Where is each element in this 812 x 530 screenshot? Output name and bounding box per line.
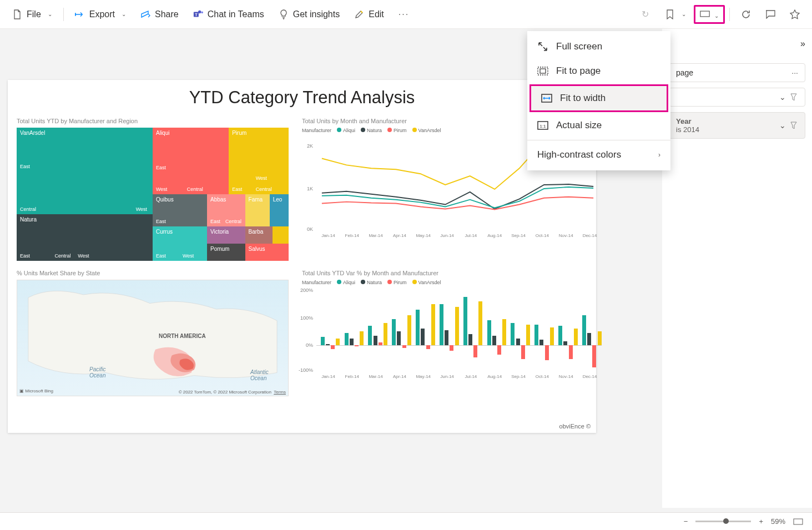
copyright: obviEnce © — [559, 423, 591, 430]
export-menu[interactable]: Export ⌄ — [68, 6, 133, 23]
map: NORTH AMERICA Pacific Ocean Atlantic Oce… — [17, 280, 289, 396]
svg-rect-0 — [75, 13, 76, 16]
zoom-out-button[interactable]: − — [684, 517, 688, 526]
view-icon — [700, 9, 710, 19]
reset-icon: ↻ — [640, 9, 650, 19]
menu-label: Full screen — [556, 41, 602, 52]
export-label: Export — [89, 9, 115, 19]
chat-label: Chat in Teams — [208, 9, 264, 19]
viz-title: % Units Market Share by State — [17, 270, 289, 276]
report-title: YTD Category Trend Analysis — [17, 88, 587, 108]
separator — [63, 8, 64, 21]
clear-filter-icon[interactable] — [790, 93, 798, 102]
star-icon — [790, 9, 800, 19]
svg-rect-11 — [794, 519, 803, 524]
actual-size-icon: 1:1 — [537, 121, 548, 130]
treemap: VanArsdelEastCentralWest NaturaEastCentr… — [17, 128, 289, 261]
ellipsis-icon[interactable]: ··· — [791, 68, 798, 77]
svg-rect-7 — [540, 69, 546, 73]
teams-icon: T — [193, 9, 203, 19]
svg-text:T: T — [195, 12, 198, 17]
map-visual[interactable]: % Units Market Share by State NORTH AMER… — [17, 270, 289, 397]
svg-rect-5 — [700, 11, 709, 17]
fullscreen-icon — [537, 41, 548, 52]
filter-value: is 2014 — [676, 125, 699, 134]
chevron-down-icon: ⌄ — [714, 13, 719, 19]
file-menu[interactable]: File ⌄ — [6, 6, 59, 23]
zoom-in-button[interactable]: + — [759, 517, 763, 526]
filter-scope-card[interactable]: page ··· — [669, 63, 805, 82]
fit-to-window-button[interactable] — [793, 518, 803, 525]
filter-card-blank[interactable]: x ⌄ — [669, 88, 805, 107]
favorite-button[interactable] — [783, 6, 806, 23]
file-icon — [12, 9, 22, 19]
chevron-down-icon[interactable]: ⌄ — [779, 121, 786, 130]
fit-page-icon — [537, 67, 548, 75]
top-toolbar: File ⌄ Export ⌄ Share T Chat in Teams Ge… — [0, 0, 812, 29]
viz-title: Total Units YTD by Manufacturer and Regi… — [17, 118, 289, 124]
view-mode-button[interactable]: ⌄ — [694, 5, 725, 24]
report-canvas: YTD Category Trend Analysis Total Units … — [8, 80, 596, 433]
share-label: Share — [155, 9, 179, 19]
chat-teams-button[interactable]: T Chat in Teams — [186, 6, 271, 23]
comment-button[interactable] — [759, 6, 782, 23]
menu-label: Fit to page — [556, 65, 601, 77]
edit-button[interactable]: Edit — [347, 6, 391, 23]
expand-icon[interactable]: » — [800, 39, 805, 49]
clear-filter-icon[interactable] — [790, 121, 798, 130]
svg-point-2 — [201, 11, 203, 13]
pencil-icon — [354, 9, 364, 19]
view-fit-page[interactable]: Fit to page — [527, 59, 670, 83]
file-label: File — [27, 9, 41, 19]
menu-separator — [527, 140, 670, 140]
bar-plot — [316, 289, 602, 372]
filter-card-year[interactable]: Year is 2014 ⌄ — [669, 112, 805, 139]
chevron-down-icon[interactable]: ⌄ — [779, 93, 786, 102]
filter-scope-label: page — [676, 68, 693, 77]
comment-icon — [765, 9, 775, 19]
fit-width-icon — [541, 94, 552, 103]
view-fit-width[interactable]: Fit to width — [529, 84, 668, 112]
menu-label: Actual size — [556, 120, 602, 131]
treemap-visual[interactable]: Total Units YTD by Manufacturer and Regi… — [17, 118, 289, 262]
refresh-button[interactable] — [734, 6, 758, 23]
share-icon — [140, 9, 150, 19]
export-icon — [75, 9, 85, 19]
map-attribution-logo: ▣ Microsoft Bing — [19, 388, 53, 393]
view-high-contrast[interactable]: High-contrast colors › — [527, 143, 670, 167]
filter-name: Year — [676, 117, 699, 125]
chevron-down-icon: ⌄ — [682, 11, 686, 17]
bookmark-icon — [665, 9, 675, 19]
map-attribution: © 2022 TomTom, © 2022 Microsoft Corporat… — [179, 390, 286, 395]
more-button[interactable]: ··· — [392, 6, 416, 23]
menu-label: Fit to width — [560, 93, 606, 104]
filters-pane: » page ··· x ⌄ Year is 2014 ⌄ — [662, 29, 812, 508]
ellipsis-icon: ··· — [399, 9, 409, 19]
chevron-right-icon: › — [658, 151, 660, 159]
svg-rect-6 — [538, 67, 548, 75]
view-actual-size[interactable]: 1:1 Actual size — [527, 113, 670, 138]
svg-text:1:1: 1:1 — [539, 124, 546, 129]
viz-title: Total Units YTD Var % by Month and Manuf… — [302, 270, 602, 276]
legend: Manufacturer Aliqui Natura Pirum VanArsd… — [302, 280, 602, 285]
chevron-down-icon: ⌄ — [48, 11, 52, 17]
edit-label: Edit — [369, 9, 384, 19]
insights-button[interactable]: Get insights — [272, 6, 346, 23]
status-bar: − + 59% — [0, 512, 812, 530]
bookmark-button[interactable]: ⌄ — [658, 6, 693, 23]
view-mode-menu: Full screen Fit to page Fit to width 1:1… — [527, 31, 670, 170]
refresh-icon — [741, 9, 751, 19]
bulb-icon — [279, 9, 289, 19]
chevron-down-icon: ⌄ — [122, 11, 126, 17]
zoom-slider[interactable] — [695, 521, 751, 522]
share-button[interactable]: Share — [134, 6, 185, 23]
menu-label: High-contrast colors — [537, 149, 621, 160]
separator — [729, 8, 730, 21]
reset-button[interactable]: ↻ — [634, 6, 657, 23]
insights-label: Get insights — [293, 9, 340, 19]
bar-chart-visual[interactable]: Total Units YTD Var % by Month and Manuf… — [302, 270, 602, 397]
zoom-level: 59% — [771, 517, 785, 526]
view-fullscreen[interactable]: Full screen — [527, 34, 670, 59]
